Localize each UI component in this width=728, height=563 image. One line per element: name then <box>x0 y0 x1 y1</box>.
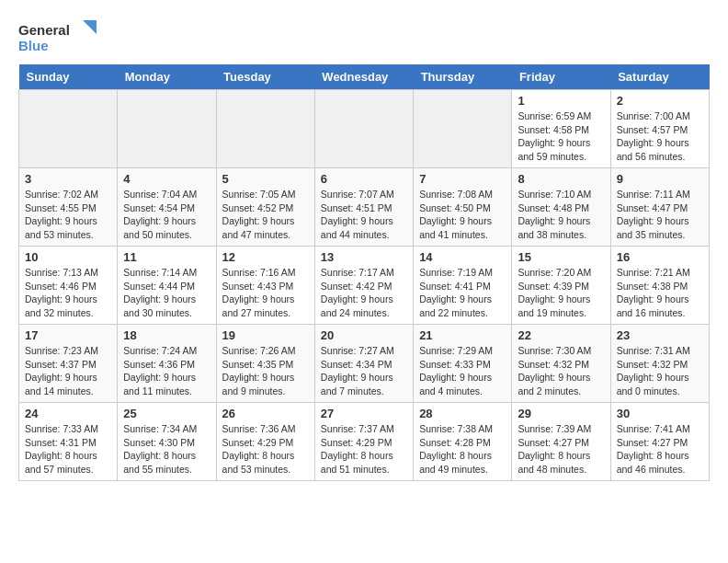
day-info: Sunrise: 7:38 AM Sunset: 4:28 PM Dayligh… <box>419 422 506 477</box>
header-monday: Monday <box>118 64 216 90</box>
calendar-cell: 2Sunrise: 7:00 AM Sunset: 4:57 PM Daylig… <box>610 90 709 168</box>
day-info: Sunrise: 7:21 AM Sunset: 4:38 PM Dayligh… <box>617 266 703 320</box>
day-info: Sunrise: 7:19 AM Sunset: 4:41 PM Dayligh… <box>419 266 506 320</box>
calendar-cell <box>414 90 512 168</box>
day-number: 20 <box>321 328 407 342</box>
day-number: 5 <box>222 172 309 186</box>
day-number: 28 <box>419 407 506 420</box>
calendar-cell: 30Sunrise: 7:41 AM Sunset: 4:27 PM Dayli… <box>610 403 709 481</box>
day-info: Sunrise: 7:04 AM Sunset: 4:54 PM Dayligh… <box>123 188 210 242</box>
day-info: Sunrise: 7:30 AM Sunset: 4:32 PM Dayligh… <box>518 344 604 398</box>
header-wednesday: Wednesday <box>314 64 413 90</box>
svg-text:General: General <box>18 22 70 38</box>
day-number: 14 <box>419 250 506 264</box>
header-friday: Friday <box>512 64 610 90</box>
calendar-cell: 12Sunrise: 7:16 AM Sunset: 4:43 PM Dayli… <box>216 247 314 325</box>
day-number: 17 <box>25 328 111 342</box>
calendar-cell: 18Sunrise: 7:24 AM Sunset: 4:36 PM Dayli… <box>118 325 216 403</box>
calendar-cell <box>19 90 118 168</box>
day-number: 15 <box>518 250 604 264</box>
calendar-cell: 20Sunrise: 7:27 AM Sunset: 4:34 PM Dayli… <box>314 325 413 403</box>
day-number: 24 <box>25 407 111 420</box>
calendar-cell: 21Sunrise: 7:29 AM Sunset: 4:33 PM Dayli… <box>414 325 512 403</box>
calendar-table: SundayMondayTuesdayWednesdayThursdayFrid… <box>18 64 710 481</box>
day-info: Sunrise: 7:16 AM Sunset: 4:43 PM Dayligh… <box>222 266 309 320</box>
calendar-cell: 14Sunrise: 7:19 AM Sunset: 4:41 PM Dayli… <box>414 247 512 325</box>
logo: General Blue <box>18 18 101 55</box>
calendar-cell <box>314 90 413 168</box>
day-number: 12 <box>222 250 309 264</box>
calendar-cell: 8Sunrise: 7:10 AM Sunset: 4:48 PM Daylig… <box>512 168 610 247</box>
day-number: 29 <box>518 407 604 420</box>
svg-marker-2 <box>83 20 97 34</box>
day-info: Sunrise: 7:17 AM Sunset: 4:42 PM Dayligh… <box>321 266 407 320</box>
day-number: 13 <box>321 250 407 264</box>
header-tuesday: Tuesday <box>216 64 314 90</box>
week-row-4: 24Sunrise: 7:33 AM Sunset: 4:31 PM Dayli… <box>19 403 710 481</box>
day-number: 3 <box>25 172 111 186</box>
calendar-cell: 9Sunrise: 7:11 AM Sunset: 4:47 PM Daylig… <box>610 168 709 247</box>
week-row-0: 1Sunrise: 6:59 AM Sunset: 4:58 PM Daylig… <box>19 90 710 168</box>
calendar-cell: 4Sunrise: 7:04 AM Sunset: 4:54 PM Daylig… <box>118 168 216 247</box>
calendar-cell: 3Sunrise: 7:02 AM Sunset: 4:55 PM Daylig… <box>19 168 118 247</box>
day-number: 8 <box>518 172 604 186</box>
logo-svg: General Blue <box>18 18 101 55</box>
calendar-cell: 27Sunrise: 7:37 AM Sunset: 4:29 PM Dayli… <box>314 403 413 481</box>
day-info: Sunrise: 7:39 AM Sunset: 4:27 PM Dayligh… <box>518 422 604 477</box>
calendar-cell: 29Sunrise: 7:39 AM Sunset: 4:27 PM Dayli… <box>512 403 610 481</box>
calendar-cell: 22Sunrise: 7:30 AM Sunset: 4:32 PM Dayli… <box>512 325 610 403</box>
calendar-cell: 17Sunrise: 7:23 AM Sunset: 4:37 PM Dayli… <box>19 325 118 403</box>
day-info: Sunrise: 7:14 AM Sunset: 4:44 PM Dayligh… <box>123 266 210 320</box>
day-number: 2 <box>617 94 703 108</box>
day-info: Sunrise: 7:10 AM Sunset: 4:48 PM Dayligh… <box>518 188 604 242</box>
header-saturday: Saturday <box>610 64 709 90</box>
header-sunday: Sunday <box>19 64 118 90</box>
day-info: Sunrise: 7:26 AM Sunset: 4:35 PM Dayligh… <box>222 344 309 398</box>
day-number: 1 <box>518 94 604 108</box>
day-number: 18 <box>123 328 210 342</box>
week-row-3: 17Sunrise: 7:23 AM Sunset: 4:37 PM Dayli… <box>19 325 710 403</box>
day-info: Sunrise: 7:13 AM Sunset: 4:46 PM Dayligh… <box>25 266 111 320</box>
day-info: Sunrise: 7:20 AM Sunset: 4:39 PM Dayligh… <box>518 266 604 320</box>
calendar-cell: 19Sunrise: 7:26 AM Sunset: 4:35 PM Dayli… <box>216 325 314 403</box>
header: General Blue <box>18 18 710 55</box>
calendar-cell: 13Sunrise: 7:17 AM Sunset: 4:42 PM Dayli… <box>314 247 413 325</box>
calendar-cell: 7Sunrise: 7:08 AM Sunset: 4:50 PM Daylig… <box>414 168 512 247</box>
calendar-cell: 28Sunrise: 7:38 AM Sunset: 4:28 PM Dayli… <box>414 403 512 481</box>
day-info: Sunrise: 7:05 AM Sunset: 4:52 PM Dayligh… <box>222 188 309 242</box>
day-info: Sunrise: 7:37 AM Sunset: 4:29 PM Dayligh… <box>321 422 407 477</box>
calendar-cell: 23Sunrise: 7:31 AM Sunset: 4:32 PM Dayli… <box>610 325 709 403</box>
day-info: Sunrise: 7:31 AM Sunset: 4:32 PM Dayligh… <box>617 344 703 398</box>
day-number: 6 <box>321 172 407 186</box>
day-number: 21 <box>419 328 506 342</box>
calendar-cell: 10Sunrise: 7:13 AM Sunset: 4:46 PM Dayli… <box>19 247 118 325</box>
day-number: 27 <box>321 407 407 420</box>
day-number: 10 <box>25 250 111 264</box>
day-info: Sunrise: 7:33 AM Sunset: 4:31 PM Dayligh… <box>25 422 111 477</box>
day-number: 7 <box>419 172 506 186</box>
header-thursday: Thursday <box>414 64 512 90</box>
day-number: 4 <box>123 172 210 186</box>
day-info: Sunrise: 7:24 AM Sunset: 4:36 PM Dayligh… <box>123 344 210 398</box>
day-number: 11 <box>123 250 210 264</box>
calendar-cell: 24Sunrise: 7:33 AM Sunset: 4:31 PM Dayli… <box>19 403 118 481</box>
day-info: Sunrise: 7:08 AM Sunset: 4:50 PM Dayligh… <box>419 188 506 242</box>
day-info: Sunrise: 7:29 AM Sunset: 4:33 PM Dayligh… <box>419 344 506 398</box>
calendar-cell <box>118 90 216 168</box>
calendar-cell <box>216 90 314 168</box>
calendar-cell: 15Sunrise: 7:20 AM Sunset: 4:39 PM Dayli… <box>512 247 610 325</box>
day-number: 16 <box>617 250 703 264</box>
day-number: 22 <box>518 328 604 342</box>
calendar-cell: 11Sunrise: 7:14 AM Sunset: 4:44 PM Dayli… <box>118 247 216 325</box>
day-info: Sunrise: 7:27 AM Sunset: 4:34 PM Dayligh… <box>321 344 407 398</box>
day-info: Sunrise: 7:23 AM Sunset: 4:37 PM Dayligh… <box>25 344 111 398</box>
day-number: 26 <box>222 407 309 420</box>
day-info: Sunrise: 7:41 AM Sunset: 4:27 PM Dayligh… <box>617 422 703 477</box>
calendar-cell: 16Sunrise: 7:21 AM Sunset: 4:38 PM Dayli… <box>610 247 709 325</box>
svg-text:Blue: Blue <box>18 38 49 53</box>
day-info: Sunrise: 7:00 AM Sunset: 4:57 PM Dayligh… <box>617 109 703 164</box>
day-number: 25 <box>123 407 210 420</box>
calendar-cell: 1Sunrise: 6:59 AM Sunset: 4:58 PM Daylig… <box>512 90 610 168</box>
day-info: Sunrise: 6:59 AM Sunset: 4:58 PM Dayligh… <box>518 109 604 164</box>
week-row-2: 10Sunrise: 7:13 AM Sunset: 4:46 PM Dayli… <box>19 247 710 325</box>
